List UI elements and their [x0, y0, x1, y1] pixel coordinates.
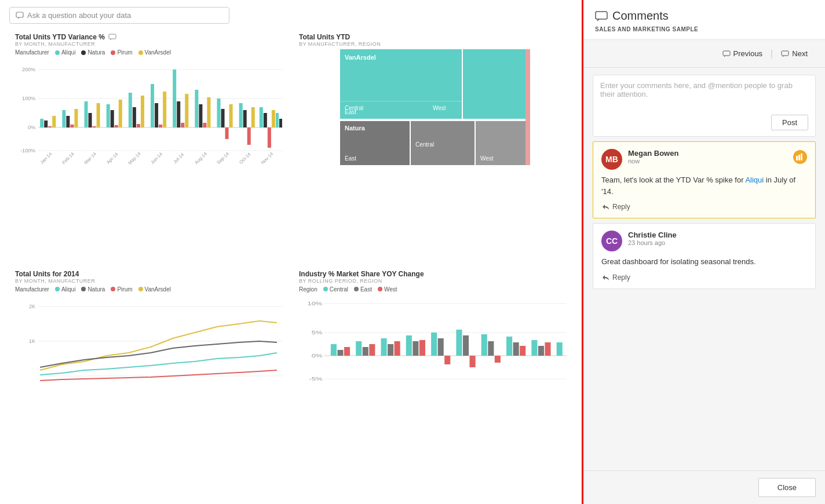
- svg-rect-123: [538, 346, 544, 356]
- treemap-visual: VanArsdel East Central West Natura East: [299, 49, 567, 256]
- charts-grid: Total Units YTD Variance % BY MONTH, MAN…: [9, 28, 572, 497]
- svg-rect-0: [16, 12, 23, 17]
- svg-rect-102: [363, 347, 368, 356]
- ask-question-text: Ask a question about your data: [27, 11, 131, 20]
- svg-rect-16: [62, 110, 65, 127]
- svg-text:-5%: -5%: [309, 375, 322, 381]
- next-button[interactable]: Next: [775, 46, 813, 61]
- svg-rect-117: [488, 341, 494, 356]
- industry-chart-title: Industry % Market Share YOY Change: [299, 270, 567, 278]
- svg-text:100%: 100%: [22, 96, 35, 101]
- svg-text:Nov-14: Nov-14: [260, 151, 275, 166]
- svg-rect-57: [279, 119, 282, 127]
- svg-rect-44: [217, 98, 221, 127]
- chart-icon-megan: [793, 150, 807, 164]
- svg-rect-99: [337, 350, 343, 356]
- comment-text-christie: Great dashboard for isolating seasonal t…: [601, 256, 807, 268]
- svg-rect-42: [203, 123, 206, 127]
- svg-text:Jul-14: Jul-14: [173, 152, 185, 165]
- svg-rect-125: [557, 342, 563, 356]
- svg-rect-40: [195, 90, 198, 127]
- svg-rect-120: [513, 342, 519, 356]
- comment-input-area: Post: [593, 75, 816, 137]
- svg-text:1K: 1K: [29, 338, 35, 344]
- comment-time-megan: now: [628, 158, 787, 165]
- svg-text:Jan-14: Jan-14: [39, 151, 53, 165]
- svg-rect-128: [723, 51, 730, 56]
- comments-panel: Comments SALES AND MARKETING SAMPLE Prev…: [582, 0, 825, 504]
- comments-icon: [595, 11, 608, 21]
- line-chart-title: Total Units for 2014: [15, 270, 283, 278]
- svg-rect-25: [111, 110, 114, 127]
- comment-meta-christie: Christie Cline 23 hours ago: [628, 231, 807, 249]
- svg-rect-39: [185, 94, 188, 127]
- svg-text:Jun-14: Jun-14: [149, 151, 163, 165]
- svg-rect-51: [251, 107, 255, 127]
- ask-question-bar[interactable]: Ask a question about your data: [9, 7, 229, 24]
- reply-button-megan[interactable]: Reply: [601, 203, 630, 211]
- line-chart-visual: 2K 1K: [15, 295, 283, 493]
- svg-rect-30: [137, 124, 140, 127]
- treemap-subtitle: BY MANUFACTURER, REGION: [299, 41, 567, 47]
- svg-rect-121: [520, 346, 525, 356]
- svg-text:Sep-14: Sep-14: [216, 151, 230, 166]
- svg-rect-31: [141, 96, 144, 127]
- svg-text:May-14: May-14: [127, 151, 142, 166]
- comment-time-christie: 23 hours ago: [628, 239, 807, 246]
- svg-rect-50: [247, 127, 251, 145]
- svg-text:West: West: [433, 105, 446, 111]
- commenter-name-christie: Christie Cline: [628, 231, 807, 239]
- reply-icon-megan: [601, 203, 609, 210]
- line-chart-box: Total Units for 2014 BY MONTH, MANUFACTU…: [9, 265, 289, 498]
- comments-list: MB Megan Bowen now Team, let's look at t…: [583, 141, 825, 470]
- comment-top-christie: CC Christie Cline 23 hours ago: [601, 231, 807, 251]
- svg-text:10%: 10%: [307, 300, 322, 306]
- svg-rect-124: [545, 342, 550, 356]
- svg-rect-2: [109, 34, 116, 39]
- svg-rect-105: [388, 344, 393, 356]
- svg-rect-24: [107, 104, 110, 127]
- svg-text:5%: 5%: [312, 329, 323, 335]
- nav-divider: |: [771, 49, 773, 59]
- svg-rect-26: [115, 125, 118, 127]
- bar-chart-title: Total Units YTD Variance %: [15, 33, 283, 41]
- comment-card-megan: MB Megan Bowen now Team, let's look at t…: [593, 141, 816, 218]
- svg-text:Central: Central: [415, 141, 434, 148]
- svg-rect-48: [239, 103, 243, 127]
- svg-text:0%: 0%: [28, 125, 35, 130]
- svg-rect-113: [456, 330, 462, 356]
- avatar-megan: MB: [601, 149, 622, 170]
- svg-text:2K: 2K: [29, 304, 35, 309]
- svg-rect-112: [444, 356, 450, 364]
- svg-rect-37: [177, 101, 180, 127]
- svg-text:Mar-14: Mar-14: [83, 151, 98, 166]
- svg-rect-14: [48, 126, 52, 127]
- svg-rect-27: [119, 100, 122, 127]
- svg-rect-115: [470, 356, 476, 367]
- comments-title: Comments: [595, 9, 813, 23]
- comment-text-megan: Team, let's look at the YTD Var % spike …: [601, 174, 807, 197]
- svg-text:0%: 0%: [312, 352, 323, 358]
- svg-rect-34: [159, 125, 162, 127]
- commenter-name-megan: Megan Bowen: [628, 149, 787, 158]
- svg-rect-19: [74, 109, 78, 127]
- svg-rect-46: [225, 127, 229, 139]
- svg-rect-107: [406, 335, 412, 356]
- comments-header: Comments SALES AND MARKETING SAMPLE: [583, 0, 825, 40]
- bottom-bar: Close: [583, 470, 825, 504]
- previous-button[interactable]: Previous: [717, 46, 769, 61]
- svg-rect-75: [463, 49, 525, 119]
- close-button[interactable]: Close: [758, 478, 816, 497]
- svg-rect-101: [356, 341, 362, 356]
- post-button[interactable]: Post: [771, 115, 808, 130]
- svg-text:-100%: -100%: [20, 148, 35, 154]
- svg-rect-18: [70, 125, 74, 127]
- reply-button-christie[interactable]: Reply: [601, 273, 630, 282]
- svg-text:Feb-14: Feb-14: [61, 151, 75, 166]
- svg-rect-47: [229, 104, 233, 127]
- avatar-christie: CC: [601, 231, 622, 251]
- svg-rect-20: [85, 101, 88, 127]
- svg-rect-100: [344, 347, 350, 356]
- main-dashboard: Ask a question about your data Total Uni…: [0, 0, 582, 504]
- comment-input[interactable]: [600, 81, 808, 110]
